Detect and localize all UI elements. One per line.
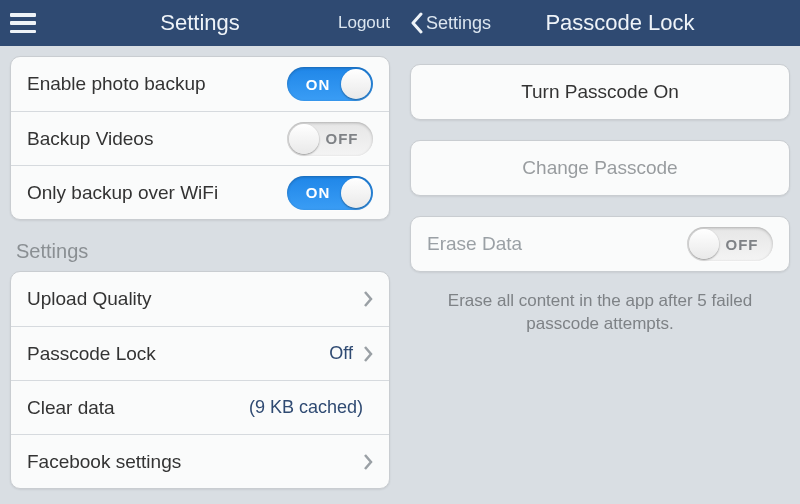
- row-clear-data[interactable]: Clear data (9 KB cached): [11, 380, 389, 434]
- logout-link[interactable]: Logout: [338, 13, 390, 33]
- erase-data-hint: Erase all content in the app after 5 fai…: [410, 284, 790, 336]
- passcode-lock-label: Passcode Lock: [27, 343, 329, 365]
- enable-photo-toggle[interactable]: ON: [287, 67, 373, 101]
- left-header: Settings Logout: [0, 0, 400, 46]
- change-passcode-card: Change Passcode: [410, 140, 790, 196]
- menu-button[interactable]: [10, 13, 36, 33]
- chevron-right-icon: [363, 345, 373, 363]
- back-label: Settings: [426, 13, 491, 34]
- upload-quality-label: Upload Quality: [27, 288, 363, 310]
- row-only-wifi[interactable]: Only backup over WiFi ON: [11, 165, 389, 219]
- erase-data-card: Erase Data OFF: [410, 216, 790, 272]
- only-wifi-label: Only backup over WiFi: [27, 182, 287, 204]
- row-backup-videos[interactable]: Backup Videos OFF: [11, 111, 389, 165]
- erase-data-label: Erase Data: [427, 233, 687, 255]
- passcode-pane: Settings Passcode Lock Turn Passcode On …: [400, 0, 800, 504]
- enable-photo-label: Enable photo backup: [27, 73, 287, 95]
- row-upload-quality[interactable]: Upload Quality: [11, 272, 389, 326]
- change-passcode-label: Change Passcode: [522, 157, 677, 179]
- turn-passcode-on-button[interactable]: Turn Passcode On: [411, 65, 789, 119]
- row-erase-data[interactable]: Erase Data OFF: [411, 217, 789, 271]
- chevron-right-icon: [363, 453, 373, 471]
- row-passcode-lock[interactable]: Passcode Lock Off: [11, 326, 389, 380]
- back-button[interactable]: Settings: [410, 12, 491, 34]
- erase-data-toggle[interactable]: OFF: [687, 227, 773, 261]
- turn-passcode-card: Turn Passcode On: [410, 64, 790, 120]
- row-facebook-settings[interactable]: Facebook settings: [11, 434, 389, 488]
- row-enable-photo-backup[interactable]: Enable photo backup ON: [11, 57, 389, 111]
- chevron-right-icon: [363, 290, 373, 308]
- change-passcode-button[interactable]: Change Passcode: [411, 141, 789, 195]
- backup-options-card: Enable photo backup ON Backup Videos OFF…: [10, 56, 390, 220]
- chevron-left-icon: [410, 12, 424, 34]
- settings-card: Upload Quality Passcode Lock Off Clear d…: [10, 271, 390, 489]
- right-header: Settings Passcode Lock: [400, 0, 800, 46]
- settings-pane: Settings Logout Enable photo backup ON B…: [0, 0, 400, 504]
- passcode-lock-value: Off: [329, 343, 353, 364]
- hamburger-icon: [10, 13, 36, 33]
- clear-data-value: (9 KB cached): [249, 397, 363, 418]
- turn-passcode-on-label: Turn Passcode On: [521, 81, 679, 103]
- settings-section-title: Settings: [10, 240, 390, 271]
- right-title: Passcode Lock: [440, 10, 800, 36]
- only-wifi-toggle[interactable]: ON: [287, 176, 373, 210]
- backup-videos-toggle[interactable]: OFF: [287, 122, 373, 156]
- backup-videos-label: Backup Videos: [27, 128, 287, 150]
- clear-data-label: Clear data: [27, 397, 249, 419]
- facebook-settings-label: Facebook settings: [27, 451, 363, 473]
